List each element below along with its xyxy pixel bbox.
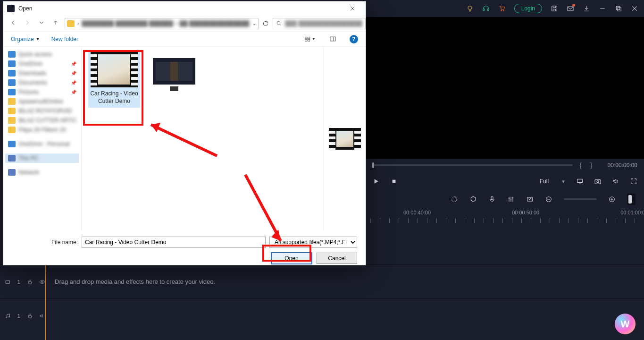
snapshot-icon[interactable] [594,178,602,185]
audio-track-head: 1 [0,299,45,332]
minimize-icon[interactable] [599,5,606,12]
timeline-toolbar [366,191,644,208]
preview-timecode: 00:00:00:00 [608,162,637,169]
ruler-mark: 00:01:00:00 [620,210,644,215]
timeline-ruler[interactable]: 00:00:40:00 00:00:50:00 00:01:00:00 [366,208,644,227]
maximize-icon[interactable] [615,5,622,12]
svg-rect-7 [616,6,619,9]
tree-item[interactable]: ApowersoftOnline [5,97,79,106]
frame-icon[interactable] [526,196,534,203]
dialog-footer: File name: All supported files(*.MP4;*.F… [3,231,366,264]
cart-icon[interactable] [498,5,506,12]
marker-icon[interactable] [469,196,477,203]
cancel-button[interactable]: Cancel [317,253,357,264]
svg-rect-8 [618,8,621,11]
close-app-icon[interactable] [631,5,638,12]
tree-onedrive[interactable]: OneDrive - Personal [5,139,79,149]
mixer-icon[interactable] [507,196,515,203]
render-icon[interactable] [451,196,458,203]
recent-chevron-icon[interactable] [36,18,47,28]
display-icon[interactable] [576,178,584,185]
dialog-nav: › ████████ ████████ ██████ > ██ ████████… [3,16,366,32]
svg-rect-5 [552,6,557,11]
tree-item[interactable]: Pictures📌 [5,87,79,97]
open-dialog: Open › ████████ ████████ ██████ > ██ ███… [3,1,366,265]
file-item-selected[interactable]: Car Racing - Video Cutter Demo [88,51,140,108]
svg-rect-26 [305,37,307,39]
help-icon[interactable]: ? [350,35,358,43]
volume-icon[interactable] [612,178,619,185]
open-button[interactable]: Open [271,253,312,264]
dialog-body: Quick access OneDrive📌 Downloads📌 Docume… [3,47,366,231]
timeline-hint: Drag and drop media and effects here to … [55,278,215,285]
svg-rect-27 [308,37,310,39]
video-track[interactable]: 1 Drag and drop media and effects here t… [0,264,644,298]
tree-item[interactable]: Documents📌 [5,78,79,87]
forward-icon [22,18,33,28]
filename-input[interactable] [82,237,266,248]
refresh-icon[interactable] [262,18,269,29]
speaker-icon[interactable] [39,313,45,319]
preview-pane [323,47,366,231]
login-button[interactable]: Login [514,4,542,13]
eye-icon[interactable] [39,279,45,285]
tree-item[interactable]: OneDrive📌 [5,59,79,68]
fullscreen-icon[interactable] [630,178,637,185]
svg-point-0 [468,6,472,10]
ruler-mark: 00:00:40:00 [403,210,431,215]
mail-icon[interactable] [567,5,574,12]
zoom-out-icon[interactable] [545,196,552,203]
svg-rect-10 [393,180,396,183]
tree-item[interactable]: Filipa 28 Filtech 20 [5,125,79,135]
filetype-select[interactable]: All supported files(*.MP4;*.FLV; [269,237,357,248]
address-bar[interactable]: › ████████ ████████ ██████ > ██ ████████… [65,18,259,29]
view-mode-button[interactable]: ▼ [304,34,316,44]
playhead[interactable] [45,264,46,340]
svg-point-25 [277,21,280,25]
tree-item[interactable]: BILAZ CUTTER ARTIC [5,116,79,125]
stop-icon[interactable] [390,178,398,185]
play-icon[interactable] [372,178,380,185]
svg-point-23 [8,316,9,317]
save-icon[interactable] [551,5,558,12]
idea-icon[interactable] [466,5,474,12]
mic-icon[interactable] [488,196,496,203]
svg-rect-1 [483,9,485,11]
audio-track[interactable]: 1 [0,298,644,332]
tree-this-pc[interactable]: This PC [5,153,79,163]
svg-rect-6 [568,7,573,11]
track-index: 1 [17,313,20,319]
search-input[interactable]: ███ ████████████████ [273,18,366,29]
file-item[interactable] [148,51,200,91]
mark-brackets: {} [579,162,601,169]
close-icon[interactable] [343,2,362,15]
back-icon[interactable] [8,18,18,28]
preview-progress-bar: {} 00:00:00:00 [366,159,644,172]
zoom-in-icon[interactable] [608,196,616,203]
download-icon[interactable] [583,5,590,12]
lock-icon[interactable] [27,279,33,285]
tree-network[interactable]: Network [5,168,79,177]
filename-label: File name: [50,239,78,246]
lock-icon[interactable] [27,313,33,319]
svg-point-21 [42,281,43,282]
svg-rect-29 [308,40,310,42]
zoom-slider[interactable] [564,198,597,200]
tree-quick-access[interactable]: Quick access [5,50,79,59]
new-folder-button[interactable]: New folder [51,36,78,42]
file-list: Car Racing - Video Cutter Demo [82,47,323,231]
tree-item[interactable]: BILAZ ROTATORVID [5,106,79,116]
tree-item[interactable]: Downloads📌 [5,68,79,78]
preview-thumbnail [329,128,361,150]
video-track-head: 1 [0,265,45,298]
app-logo-icon[interactable]: W [615,314,636,334]
organize-button[interactable]: Organize▼ [11,36,40,42]
up-icon[interactable] [50,18,61,28]
pin-icon: 📌 [71,61,76,67]
headset-icon[interactable] [482,5,490,12]
preview-pane-button[interactable] [327,34,338,44]
chevron-down-icon[interactable]: ⌄ [252,21,256,26]
chevron-down-icon[interactable]: ▼ [561,179,566,184]
timeline-mode-toggle[interactable] [627,194,636,205]
preview-scrubber[interactable] [372,164,573,166]
